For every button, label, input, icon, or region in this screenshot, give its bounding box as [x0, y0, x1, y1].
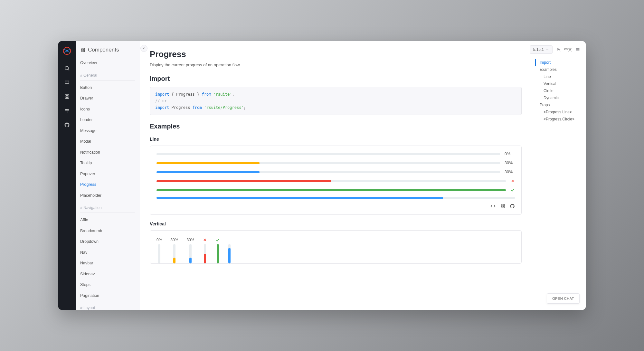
progress-percent-label: 30%: [186, 238, 194, 242]
progress-bar: [156, 162, 500, 164]
sidebar-item-progress[interactable]: Progress: [76, 179, 140, 190]
progress-percent-label: 0%: [156, 238, 162, 242]
sandbox-icon[interactable]: [500, 204, 505, 209]
svg-rect-15: [501, 207, 502, 208]
progress-line-row: 30%: [156, 170, 515, 174]
fail-icon: [510, 179, 515, 183]
tools-icon[interactable]: [64, 108, 70, 114]
main-content: Progress Display the current progress of…: [140, 41, 586, 310]
progress-bar: [156, 189, 506, 191]
chevron-down-icon: [546, 48, 549, 51]
toc-item[interactable]: Props: [535, 101, 580, 109]
svg-rect-4: [67, 95, 69, 96]
menu-icon[interactable]: [575, 47, 580, 52]
sidebar-section-label: # General: [76, 69, 140, 82]
examples-heading: Examples: [150, 123, 522, 130]
vertical-heading: Vertical: [150, 221, 522, 226]
progress-line-row: 0%: [156, 152, 515, 156]
toc-item[interactable]: <Progress.Line>: [535, 109, 580, 116]
toc-item[interactable]: Import: [535, 59, 580, 66]
sidebar-section-label: # Layout: [76, 301, 140, 310]
svg-rect-6: [67, 97, 69, 99]
icon-rail: [58, 41, 76, 310]
sidebar-item-placeholder[interactable]: Placeholder: [76, 190, 140, 201]
svg-point-1: [65, 66, 69, 70]
lang-toggle[interactable]: 中文: [564, 47, 572, 52]
progress-percent-label: 30%: [505, 170, 515, 174]
logo[interactable]: [63, 47, 71, 55]
collapse-sidebar-button[interactable]: [140, 45, 147, 52]
sidebar-item-loader[interactable]: Loader: [76, 115, 140, 126]
toc-item[interactable]: <Progress.Circle>: [535, 116, 580, 123]
sidebar-item-navbar[interactable]: Navbar: [76, 258, 140, 269]
chevron-left-icon: [142, 47, 146, 50]
progress-vertical-item: [203, 238, 207, 263]
sidebar-item-nav[interactable]: Nav: [76, 247, 140, 258]
svg-rect-14: [503, 204, 504, 206]
progress-line-row: [156, 197, 515, 199]
import-code-block: import { Progress } from 'rsuite'; // or…: [150, 87, 522, 115]
progress-vertical-item: 30%: [170, 238, 178, 263]
table-of-contents: ImportExamplesLineVerticalCircleDynamicP…: [535, 59, 580, 123]
grid-icon: [80, 47, 85, 52]
github-source-icon[interactable]: [510, 204, 515, 209]
sidebar-item-pagination[interactable]: Pagination: [76, 290, 140, 301]
progress-vertical-bar: [204, 244, 206, 263]
progress-percent-label: 30%: [505, 161, 515, 165]
success-icon: [510, 188, 515, 192]
svg-rect-7: [81, 48, 82, 50]
components-icon[interactable]: [64, 94, 70, 100]
sidebar-item-affix[interactable]: Affix: [76, 215, 140, 226]
sidebar-item-popover[interactable]: Popover: [76, 169, 140, 180]
sidebar-item-message[interactable]: Message: [76, 126, 140, 137]
version-select[interactable]: 5.15.1: [530, 45, 553, 54]
sidebar-item-steps[interactable]: Steps: [76, 280, 140, 290]
toc-item[interactable]: Dynamic: [535, 94, 580, 101]
search-icon[interactable]: [64, 65, 70, 71]
svg-rect-3: [65, 95, 67, 96]
vertical-example: 0%30%30%: [150, 230, 522, 264]
progress-line-row: [156, 188, 515, 192]
progress-vertical-item: 30%: [186, 238, 194, 263]
progress-line-row: 30%: [156, 161, 515, 165]
sidebar-item-dropdown[interactable]: Dropdown: [76, 236, 140, 247]
progress-vertical-bar: [217, 244, 219, 263]
svg-rect-10: [83, 50, 84, 52]
sidebar: Components Overview # GeneralButtonDrawe…: [76, 41, 140, 310]
fail-icon: [203, 238, 207, 242]
sidebar-item-drawer[interactable]: Drawer: [76, 93, 140, 104]
code-icon[interactable]: [490, 204, 496, 209]
progress-vertical-item: [228, 238, 231, 263]
sidebar-item-button[interactable]: Button: [76, 82, 140, 93]
progress-vertical-bar: [158, 244, 160, 263]
guide-icon[interactable]: [64, 80, 70, 85]
import-heading: Import: [150, 75, 522, 82]
sidebar-item-sidenav[interactable]: Sidenav: [76, 269, 140, 280]
sidebar-item-tooltip[interactable]: Tooltip: [76, 158, 140, 169]
svg-rect-13: [501, 204, 502, 206]
sidebar-title: Components: [76, 41, 140, 58]
page-title: Progress: [150, 49, 522, 59]
open-chat-button[interactable]: OPEN CHAT: [547, 293, 580, 304]
sidebar-item-overview[interactable]: Overview: [76, 58, 140, 69]
translate-icon[interactable]: [556, 47, 561, 52]
sidebar-item-notification[interactable]: Notification: [76, 147, 140, 158]
progress-percent-label: 0%: [505, 152, 515, 156]
sidebar-item-breadcrumb[interactable]: Breadcrumb: [76, 226, 140, 237]
toc-item[interactable]: Examples: [535, 66, 580, 73]
progress-bar: [156, 171, 500, 173]
toc-item[interactable]: Line: [535, 73, 580, 80]
progress-vertical-item: [215, 238, 220, 263]
progress-bar: [156, 180, 506, 182]
svg-rect-16: [503, 207, 504, 208]
progress-vertical-bar: [228, 244, 231, 263]
toc-item[interactable]: Vertical: [535, 80, 580, 87]
svg-rect-9: [81, 50, 82, 52]
sidebar-item-modal[interactable]: Modal: [76, 136, 140, 147]
github-icon[interactable]: [64, 122, 70, 128]
toc-item[interactable]: Circle: [535, 87, 580, 94]
progress-bar: [156, 153, 500, 155]
progress-percent-label: 30%: [170, 238, 178, 242]
sidebar-item-icons[interactable]: Icons: [76, 104, 140, 115]
progress-bar: [156, 197, 515, 199]
